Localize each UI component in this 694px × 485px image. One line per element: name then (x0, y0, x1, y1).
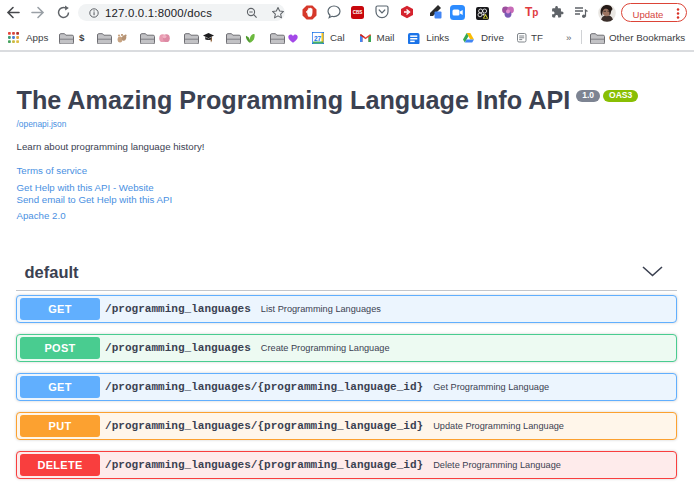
svg-text:CBS: CBS (353, 10, 363, 15)
svg-text:27: 27 (314, 35, 322, 42)
